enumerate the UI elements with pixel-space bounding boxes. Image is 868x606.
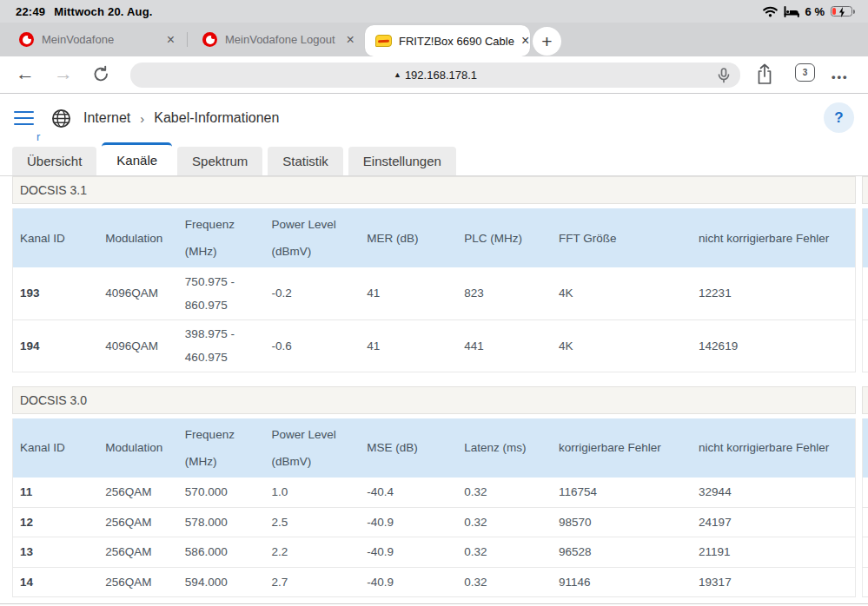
breadcrumb-section[interactable]: Internet [83, 110, 130, 126]
tab-einstellungen[interactable]: Einstellungen [348, 147, 456, 175]
not-secure-icon: ▲ [394, 70, 401, 79]
microphone-icon[interactable] [717, 68, 731, 86]
tab-title: MeinVodafone [42, 33, 114, 46]
table-cell: 13 [13, 537, 99, 568]
vodafone-icon [19, 32, 34, 47]
tab-kanaele[interactable]: Kanäle [102, 142, 172, 175]
close-tab-icon[interactable]: × [521, 33, 529, 49]
table-docsis-3-1: Kanal IDModulationFrequenz(MHz)Power Lev… [862, 208, 868, 372]
table-cell: 193 [13, 267, 99, 319]
column-header: Power Level(dBmV) [265, 418, 361, 478]
section-title: DOCSIS 3.0 [20, 393, 87, 407]
column-header: PLC (MHz) [457, 208, 552, 267]
table-cell: 0.32 [457, 478, 552, 508]
close-tab-icon[interactable]: × [163, 31, 178, 49]
tab-spektrum[interactable]: Spektrum [177, 147, 262, 175]
browser-tab-meinvodafone-logout[interactable]: MeinVodafone Logout × [202, 23, 356, 56]
close-tab-icon[interactable]: × [343, 31, 358, 49]
fritzbox-header: Internet › Kabel-Informationen r ? [0, 94, 868, 142]
url-text: 192.168.178.1 [405, 69, 477, 82]
next-row-divider [0, 603, 868, 604]
column-header: nicht korrigierbare Fehler [692, 208, 855, 267]
column-header: Kanal ID [863, 208, 868, 267]
table-cell: -0.2 [265, 267, 361, 319]
tab-overview-button[interactable]: 3 [795, 63, 815, 82]
table-cell: 24197 [692, 507, 855, 537]
table-cell: 12 [13, 507, 99, 537]
table-row: 12256QAM578.0002.5-40.90.329857024197 [863, 507, 868, 537]
table-cell: 4096QAM [98, 267, 178, 319]
table-cell: 0.32 [457, 567, 552, 597]
breadcrumb-separator-icon: › [140, 111, 144, 126]
more-menu-icon[interactable]: ••• [832, 70, 849, 83]
table-row: 1934096QAM750.975 -860.975-0.2418234K122… [13, 267, 856, 319]
column-header: Frequenz(MHz) [178, 418, 265, 478]
table-cell: 441 [457, 319, 552, 372]
column-header: Frequenz(MHz) [178, 208, 265, 267]
column-header: korrigierbare Fehler [552, 418, 692, 478]
table-cell: 12 [863, 507, 868, 537]
table-cell: 41 [360, 267, 457, 319]
page-content: DOCSIS 3.1Kanal IDModulationFrequenz(MHz… [0, 175, 868, 597]
tab-uebersicht[interactable]: Übersicht [12, 147, 96, 175]
table-cell: 4096QAM [98, 319, 178, 372]
table-row: 14256QAM594.0002.7-40.90.329114619317 [13, 567, 856, 597]
forward-button[interactable]: → [54, 61, 73, 87]
browser-toolbar: ← → ▲ 192.168.178.1 3 ••• [0, 56, 868, 94]
table-cell: 19317 [692, 567, 855, 597]
table-cell: 2.2 [265, 537, 361, 568]
table-cell: 578.000 [178, 507, 265, 537]
table-header-row: Kanal IDModulationFrequenz(MHz)Power Lev… [863, 208, 868, 267]
tab-statistik[interactable]: Statistik [268, 147, 343, 175]
table-cell: 91146 [552, 567, 692, 597]
table-cell: 194 [863, 319, 868, 372]
battery-percent: 6 % [805, 5, 825, 18]
address-bar[interactable]: ▲ 192.168.178.1 [130, 63, 740, 88]
table-header-row: Kanal IDModulationFrequenz(MHz)Power Lev… [13, 208, 856, 267]
status-icons: 6 % [763, 5, 852, 18]
column-header: nicht korrigierbare Fehler [692, 418, 855, 478]
section-header-docsis-3-0: DOCSIS 3.0 [12, 386, 856, 414]
reload-button[interactable] [92, 65, 110, 87]
table-cell: 0.32 [457, 507, 552, 537]
table-cell: 2.7 [265, 567, 361, 597]
sleep-focus-icon [784, 6, 799, 17]
content-overflow-sliver: DOCSIS 3.1Kanal IDModulationFrequenz(MHz… [862, 176, 868, 606]
column-header: Modulation [98, 208, 178, 267]
column-header: MER (dB) [360, 208, 457, 267]
page-tabs: ÜbersichtKanäleSpektrumStatistikEinstell… [0, 142, 868, 175]
table-cell: 194 [13, 319, 99, 372]
stray-text: r [36, 130, 40, 143]
table-cell: -40.9 [360, 507, 457, 537]
table-cell: 14 [13, 567, 99, 597]
table-cell: 11 [13, 478, 99, 508]
vodafone-icon [202, 32, 217, 47]
fritzbox-icon [375, 35, 392, 47]
tab-title: FRITZ!Box 6690 Cable [399, 35, 514, 48]
status-date: Mittwoch 20. Aug. [54, 5, 152, 18]
table-row: 11256QAM570.0001.0-40.40.3211675432944 [13, 478, 856, 508]
table-cell: 14 [863, 567, 868, 597]
menu-icon[interactable] [14, 111, 34, 126]
back-button[interactable]: ← [16, 61, 35, 87]
table-cell: 142619 [692, 319, 855, 372]
table-cell: 13 [863, 537, 868, 568]
status-bar: 22:49Mittwoch 20. Aug. 6 % [0, 0, 868, 23]
table-cell: 193 [863, 267, 868, 319]
help-button[interactable]: ? [824, 102, 854, 133]
column-header: FFT Größe [552, 208, 692, 267]
table-row: 12256QAM578.0002.5-40.90.329857024197 [13, 507, 856, 537]
browser-tab-meinvodafone[interactable]: MeinVodafone × [19, 23, 178, 56]
share-icon[interactable] [755, 63, 774, 89]
table-cell: -40.9 [360, 537, 457, 568]
table-cell: 256QAM [98, 507, 178, 537]
browser-tab-fritzbox-active[interactable]: FRITZ!Box 6690 Cable × [365, 25, 530, 56]
tab-separator [187, 32, 188, 47]
table-row: 1944096QAM398.975 -460.975-0.6414414K142… [863, 319, 868, 372]
table-cell: 11 [863, 478, 868, 508]
table-cell: 256QAM [98, 478, 178, 508]
table-cell: 0.32 [457, 537, 552, 568]
new-tab-button[interactable]: + [533, 27, 561, 56]
column-header: Kanal ID [13, 418, 99, 478]
table-row: 11256QAM570.0001.0-40.40.3211675432944 [863, 478, 868, 508]
